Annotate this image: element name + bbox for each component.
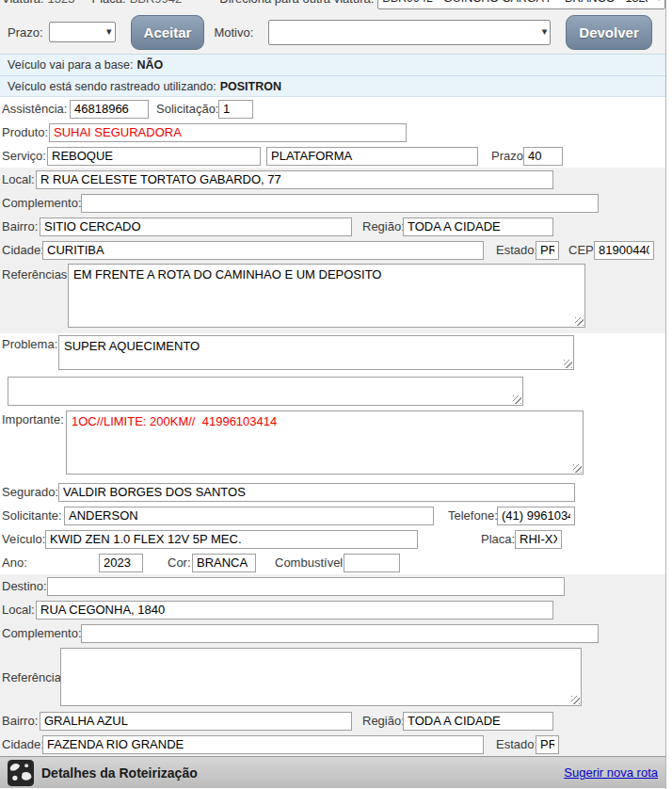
origin-section: Local: Complemento: Bairro: Região: Cida… bbox=[0, 168, 665, 333]
servico-tipo-input[interactable] bbox=[266, 147, 478, 166]
destino-complemento-label: Complemento: bbox=[2, 626, 79, 640]
cep-label: CEP: bbox=[568, 243, 594, 257]
placa-value: BBR9942 bbox=[130, 0, 183, 6]
destino-regiao-label: Região: bbox=[362, 714, 403, 728]
destino-regiao-input[interactable] bbox=[403, 712, 553, 731]
problem-section: Problema: SUPER AQUECIMENTO Importante: … bbox=[0, 333, 665, 574]
regiao-input[interactable] bbox=[403, 217, 553, 236]
destino-bairro-label: Bairro: bbox=[2, 714, 38, 728]
extra-notes-textarea[interactable] bbox=[8, 377, 523, 406]
solicitante-input[interactable] bbox=[64, 507, 434, 525]
placa-label: Placa: bbox=[92, 0, 126, 6]
produto-label: Produto: bbox=[2, 125, 47, 139]
servico-label: Serviço: bbox=[2, 149, 43, 163]
segurado-label: Segurado: bbox=[2, 485, 56, 499]
direciona-select[interactable]: BBR9942 - GUINCHO CARGA P - BRANCO - 132… bbox=[377, 0, 665, 9]
prazo-select[interactable] bbox=[49, 22, 116, 42]
estado-label: Estado: bbox=[496, 243, 536, 257]
vehicle-info-row: Viatura: 1323 Placa: BBR9942 Direciona p… bbox=[0, 0, 665, 10]
placa-field-label: Placa: bbox=[481, 532, 515, 546]
solicitante-label: Solicitante: bbox=[2, 508, 62, 523]
destino-input[interactable] bbox=[47, 577, 565, 596]
prazo-label: Prazo: bbox=[491, 149, 523, 163]
dispatch-form-page: Viatura: 1323 Placa: BBR9942 Direciona p… bbox=[0, 0, 666, 789]
globe-icon bbox=[8, 760, 34, 786]
destino-local-input[interactable] bbox=[36, 601, 553, 620]
motivo-select[interactable] bbox=[268, 20, 551, 45]
cep-input[interactable] bbox=[594, 241, 654, 260]
assistencia-input[interactable] bbox=[70, 100, 149, 119]
destino-cidade-input[interactable] bbox=[42, 735, 484, 754]
regiao-label: Região: bbox=[362, 219, 403, 233]
cidade-label: Cidade: bbox=[2, 243, 40, 257]
problema-textarea[interactable]: SUPER AQUECIMENTO bbox=[58, 335, 574, 370]
request-section: Assistência: Solicitação: Produto: Servi… bbox=[0, 97, 665, 168]
destino-local-label: Local: bbox=[2, 603, 34, 617]
suggest-route-link[interactable]: Sugerir nova rota bbox=[564, 765, 658, 780]
bairro-label: Bairro: bbox=[2, 219, 38, 233]
toolbar: Viatura: 1323 Placa: BBR9942 Direciona p… bbox=[0, 0, 665, 54]
local-label: Local: bbox=[2, 172, 34, 186]
cor-label: Cor: bbox=[168, 556, 192, 570]
direciona-label: Direciona para outra viatura: bbox=[219, 0, 374, 6]
resize-handle[interactable] bbox=[575, 317, 584, 326]
telefone-label: Telefone: bbox=[448, 508, 497, 523]
combustivel-input[interactable] bbox=[344, 554, 400, 572]
action-row: Prazo: ▾ Aceitar Motivo: ▾ Devolver bbox=[0, 10, 665, 54]
estado-input[interactable] bbox=[536, 241, 559, 260]
servico-input[interactable] bbox=[47, 147, 261, 166]
destino-label: Destino: bbox=[2, 579, 45, 593]
ano-label: Ano: bbox=[2, 556, 28, 570]
combustivel-label: Combustível: bbox=[275, 556, 344, 570]
importante-textarea[interactable]: 1OC//LIMITE: 200KM// 41996103414 bbox=[66, 411, 584, 475]
cidade-input[interactable] bbox=[42, 241, 484, 260]
routing-details-bar: Detalhes da Roteirização Sugerir nova ro… bbox=[0, 756, 665, 788]
status-bar-tracking: Veículo está sendo rastreado utilizando:… bbox=[0, 75, 665, 97]
aceitar-button[interactable]: Aceitar bbox=[131, 15, 205, 50]
prazo-input[interactable] bbox=[523, 147, 563, 166]
status-base-value: NÃO bbox=[136, 58, 163, 72]
destino-complemento-input[interactable] bbox=[81, 624, 599, 643]
status-tracking-value: POSITRON bbox=[220, 80, 281, 93]
referencias-label: Referências: bbox=[2, 264, 68, 282]
referencias-textarea[interactable]: EM FRENTE A ROTA DO CAMINHAO E UM DEPOSI… bbox=[68, 264, 585, 328]
produto-input[interactable] bbox=[49, 123, 407, 142]
routing-details-title: Detalhes da Roteirização bbox=[41, 765, 198, 781]
ano-input[interactable] bbox=[99, 554, 143, 572]
segurado-input[interactable] bbox=[58, 483, 575, 502]
resize-handle[interactable] bbox=[571, 696, 580, 704]
devolver-button[interactable]: Devolver bbox=[566, 15, 651, 50]
veiculo-input[interactable] bbox=[45, 530, 418, 549]
destino-referencia-label: Referência: bbox=[2, 670, 60, 684]
resize-handle[interactable] bbox=[564, 360, 572, 368]
solicitacao-label: Solicitação: bbox=[156, 102, 215, 116]
destino-bairro-input[interactable] bbox=[40, 712, 352, 731]
local-input[interactable] bbox=[36, 170, 553, 189]
destino-estado-input[interactable] bbox=[536, 735, 559, 754]
viatura-value: 1323 bbox=[48, 0, 75, 6]
bairro-input[interactable] bbox=[40, 217, 352, 236]
destination-section: Destino: Local: Complemento: Referência:… bbox=[0, 574, 665, 756]
motivo-label: Motivo: bbox=[214, 25, 253, 40]
assistencia-label: Assistência: bbox=[2, 102, 66, 116]
cor-input[interactable] bbox=[192, 554, 256, 572]
placa-input[interactable] bbox=[515, 530, 562, 549]
problema-label: Problema: bbox=[2, 335, 58, 351]
complemento-input[interactable] bbox=[81, 194, 599, 213]
complemento-label: Complemento: bbox=[2, 196, 79, 210]
solicitacao-input[interactable] bbox=[218, 100, 253, 119]
destino-estado-label: Estado: bbox=[496, 737, 536, 751]
status-bar-base: Veículo vai para a base: NÃO bbox=[0, 54, 665, 75]
destino-cidade-label: Cidade: bbox=[2, 737, 40, 751]
resize-handle[interactable] bbox=[513, 395, 521, 404]
prazo-select-label: Prazo: bbox=[8, 25, 43, 40]
veiculo-label: Veículo: bbox=[2, 532, 43, 546]
status-base-label: Veículo vai para a base: bbox=[8, 58, 133, 72]
telefone-input[interactable] bbox=[497, 507, 575, 525]
viatura-label: Viatura: bbox=[2, 0, 44, 6]
importante-label: Importante: bbox=[2, 411, 66, 427]
resize-handle[interactable] bbox=[573, 464, 582, 473]
destino-referencia-textarea[interactable] bbox=[60, 648, 582, 706]
status-tracking-label: Veículo está sendo rastreado utilizando: bbox=[8, 80, 216, 93]
